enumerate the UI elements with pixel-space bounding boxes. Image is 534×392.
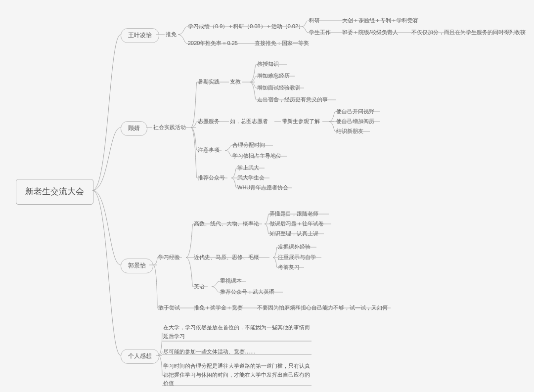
wang-a2e: 不仅仅加分，而且在为学生服务的同时得到收获 — [411, 29, 526, 36]
guo-pol-i2: 注重展示与自学 — [278, 254, 316, 261]
guo-eng: 英语 — [194, 283, 205, 290]
root-node[interactable]: 新老生交流大会 — [16, 179, 93, 205]
personal-i1: 在大学，学习依然是放在首位的，不能因为一些其他的事情而延后学习 — [163, 323, 312, 341]
gu-summer-i2: 增加难忘经历 — [257, 72, 290, 79]
gu-l3: 社会实践活动 — [153, 124, 186, 131]
wang-a: 学习成绩（0.9）＋科研（0.08）＋活动（0.02） — [188, 23, 304, 30]
gu-note-i2: 学习依旧占主导地位 — [232, 152, 281, 159]
branch-personal[interactable]: 个人感想 — [121, 349, 159, 364]
wang-a1d: 大创＋课题组＋专利＋学科竞赛 — [342, 17, 418, 24]
gu-vol-i2: 使自己增加阅历 — [336, 118, 374, 125]
guo-eng-i1: 重视课本 — [220, 277, 242, 284]
personal-i3: 学习时间的合理分配是通往大学道路的第一道门槛，只有认真都把握住学习与休闲的时间，… — [163, 362, 312, 388]
guo-eng-i2: 推荐公众号：武大英语 — [220, 288, 274, 295]
branch-gu[interactable]: 顾婧 — [121, 121, 147, 136]
gu-summer-i1: 教授知识 — [257, 60, 279, 67]
gu-wx-i3: WHU青年志愿者协会 — [237, 184, 288, 191]
branch-guo[interactable]: 郭景怡 — [121, 259, 153, 273]
gu-wx-i1: 掌上武大 — [237, 164, 259, 171]
gu-wx: 推荐公众号 — [198, 174, 225, 181]
gu-summer: 暑期实践 — [198, 78, 220, 85]
gu-summer-i3: 增加面试经验教训 — [257, 84, 301, 91]
branch-wang[interactable]: 王叶凌怡 — [121, 28, 159, 43]
gu-note: 注意事项 — [198, 146, 220, 153]
guo-pol-i1: 发掘课外经验 — [278, 243, 311, 250]
gu-vol-t2: 如，总图志愿者 — [230, 118, 268, 125]
wang-a1: 科研 — [309, 17, 320, 24]
guo-math-i1: 弄懂题目，跟随老师 — [269, 210, 318, 217]
guo-math: 高数、线代、大物、概率论 — [194, 220, 259, 227]
gu-vol-i3: 结识新朋友 — [336, 128, 363, 134]
wang-a2: 学生工作 — [309, 29, 331, 36]
guo-l3be: 不要因为怕麻烦和担心自己能力不够，试一试，又如何 — [257, 304, 388, 311]
gu-vol-i1: 使自己开阔视野 — [336, 108, 374, 115]
guo-l3a: 学习经验 — [158, 254, 180, 261]
wang-l3: 推免 — [166, 31, 177, 38]
gu-summer-t2: 支教 — [230, 78, 241, 85]
gu-summer-i4: 走出宿舍，经历更有意义的事 — [257, 96, 328, 103]
gu-wx-i2: 武大学生会 — [237, 174, 265, 181]
guo-math-i2: 做课后习题＋往年试卷 — [269, 220, 324, 227]
personal-i2: 尽可能的参加一些文体活动、竞赛…… — [163, 348, 312, 356]
gu-vol-t3: 带新生参观了解 — [282, 118, 320, 125]
guo-pol: 近代史、马原、思修、毛概 — [194, 254, 259, 261]
gu-note-i1: 合理分配时间 — [232, 141, 265, 148]
wang-b: 2020年推免率＝0.25 — [188, 40, 238, 46]
gu-vol: 志愿服务 — [198, 118, 220, 125]
guo-l3bd: 推免＋奖学金＋竞赛 — [194, 304, 243, 311]
guo-l3b: 敢于尝试 — [158, 304, 180, 311]
guo-pol-i3: 考前复习 — [278, 263, 300, 270]
wang-a2d: 班委＋院级/校级负责人 — [342, 29, 398, 36]
wang-bd: 直接推免：国家一等奖 — [255, 40, 309, 46]
guo-math-i3: 知识整理，认真上课 — [269, 230, 318, 237]
